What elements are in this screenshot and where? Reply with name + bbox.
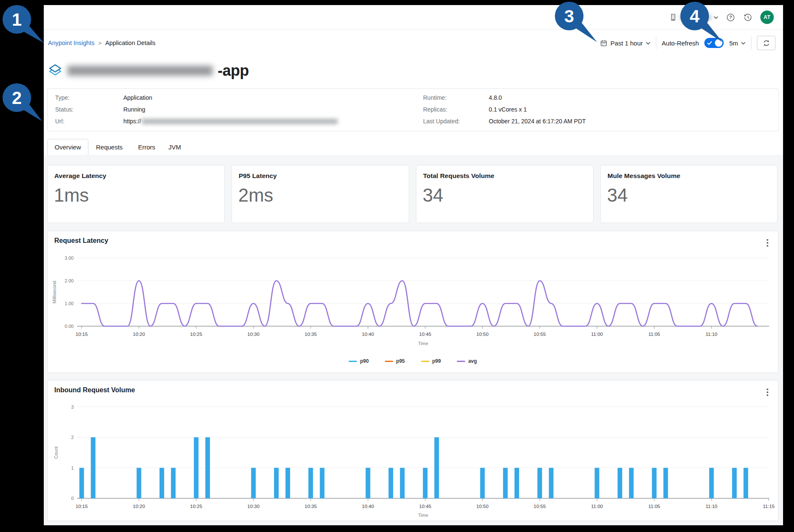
metric-label: Total Requests Volume [423,172,494,180]
app-title-row: -app [48,63,249,78]
auto-refresh-label: Auto-Refresh [662,40,699,47]
legend-label: p90 [360,358,369,364]
svg-text:11:10: 11:10 [706,332,717,337]
svg-text:10:45: 10:45 [419,332,432,337]
detail-value-url: https:// [123,118,338,125]
tab-jvm[interactable]: JVM [168,139,181,155]
svg-text:11:10: 11:10 [706,504,717,509]
tab-overview[interactable]: Overview [47,139,88,155]
svg-text:11:05: 11:05 [648,332,660,337]
metric-value: 34 [423,185,443,206]
breadcrumb-link-anypoint-insights[interactable]: Anypoint Insights [48,40,94,46]
svg-text:0: 0 [71,496,74,501]
svg-text:10:25: 10:25 [190,332,202,337]
legend-swatch [385,361,393,362]
svg-text:Millisecond: Millisecond [52,281,57,303]
legend-label: p99 [432,358,441,364]
svg-text:11:00: 11:00 [591,504,603,509]
help-icon[interactable]: ? [726,13,735,22]
time-range-value: Past 1 hour [610,40,643,47]
volume-bar [743,468,748,499]
request-latency-chart: 0.001.002.003.0010:1510:2010:2510:3010:3… [48,231,779,373]
volume-bar [663,468,668,499]
volume-bar [538,468,542,499]
toolbar: Past 1 hour Auto-Refresh 5m [600,36,775,50]
svg-text:11:05: 11:05 [648,504,660,509]
metric-card-total-requests-volume: Total Requests Volume 34 [416,165,594,223]
history-icon[interactable] [743,13,753,22]
svg-text:3: 3 [71,404,74,410]
svg-text:10:15: 10:15 [76,332,88,337]
breadcrumb-current: Application Details [105,40,155,46]
refresh-icon [762,39,770,47]
tab-requests[interactable]: Requests [96,139,123,155]
tab-errors[interactable]: Errors [138,139,155,155]
volume-bar [309,468,313,499]
svg-text:Count: Count [53,447,59,459]
volume-bar [171,468,176,499]
detail-label: Last Updated: [423,118,489,125]
toolbar-divider [656,37,656,49]
app-details-panel: Type: Application Status: Running Url: h… [47,88,778,131]
legend-item-p90[interactable]: p90 [349,358,369,364]
avatar[interactable]: AT [760,11,774,24]
legend-item-p99[interactable]: p99 [421,358,441,364]
svg-text:10:15: 10:15 [76,504,88,509]
detail-label: Runtime: [423,94,489,101]
volume-bar [629,468,634,499]
kebab-menu-icon[interactable] [765,238,770,248]
detail-value: 4.8.0 [489,94,502,101]
refresh-button[interactable] [757,36,775,50]
volume-bar [514,468,519,499]
volume-bar [595,468,599,499]
volume-bar [137,468,141,499]
volume-bar [618,468,622,499]
top-navbar: ? AT [44,5,783,30]
annotation-callout-2: 2 [3,83,42,121]
toolbar-divider [751,37,751,49]
annotation-callout-1: 1 [3,5,44,43]
chart-legend: p90p95p99avg [48,358,778,364]
screenshot-canvas: ? AT Anypoint Insights > Application Det… [0,0,794,532]
kebab-menu-icon[interactable] [765,387,770,397]
svg-text:10:50: 10:50 [477,504,489,509]
tab-bar: Overview Requests Errors JVM [44,139,783,155]
volume-bar [160,468,164,499]
volume-bar [205,437,210,498]
svg-text:10:50: 10:50 [477,332,489,337]
metric-card-average-latency: Average Latency 1ms [47,165,225,223]
metric-value: 1ms [54,185,89,206]
volume-bar [549,468,554,499]
svg-text:10:20: 10:20 [133,332,145,337]
svg-text:10:55: 10:55 [534,332,546,337]
chevron-down-icon [646,42,650,45]
org-selector[interactable] [669,13,718,22]
svg-text:1: 1 [71,466,74,471]
application-icon [48,64,62,78]
refresh-interval-selector[interactable]: 5m [729,40,746,47]
svg-text:0.00: 0.00 [65,324,74,329]
auto-refresh-toggle[interactable] [704,38,724,48]
svg-text:1.00: 1.00 [65,301,74,306]
svg-text:1: 1 [12,10,21,29]
refresh-interval-value: 5m [729,40,738,47]
metric-label: Average Latency [54,172,107,180]
time-range-selector[interactable]: Past 1 hour [600,39,650,47]
inbound-request-volume-card: Inbound Request Volume 012310:1510:2010:… [47,380,778,521]
metric-label: P95 Latency [239,172,277,180]
inbound-request-volume-chart: 012310:1510:2010:2510:3010:3510:4010:451… [48,380,779,521]
volume-bar [366,468,370,499]
volume-bar [652,468,657,499]
legend-swatch [349,361,357,362]
breadcrumb-separator: > [98,40,101,46]
legend-item-p95[interactable]: p95 [385,358,405,364]
legend-label: avg [468,358,477,364]
navbar-right-controls: ? AT [669,5,774,29]
app-window: ? AT Anypoint Insights > Application Det… [44,5,783,525]
volume-bar [480,468,485,499]
chart-title: Inbound Request Volume [54,386,135,394]
svg-text:10:30: 10:30 [248,332,260,337]
legend-item-avg[interactable]: avg [457,358,477,364]
volume-bar [285,468,290,499]
chevron-down-icon [714,16,718,19]
